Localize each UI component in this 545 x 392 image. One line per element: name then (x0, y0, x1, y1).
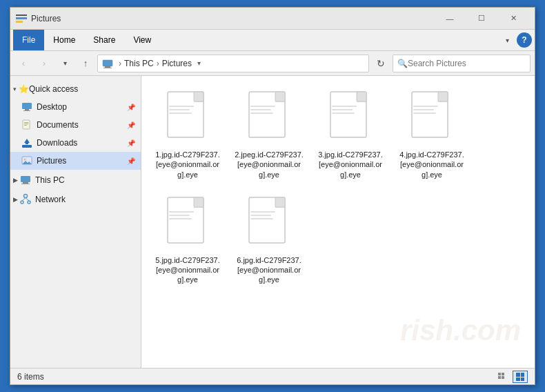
help-button[interactable]: ? (517, 32, 532, 48)
svg-rect-57 (516, 373, 520, 377)
svg-rect-55 (498, 376, 501, 379)
svg-point-19 (21, 201, 23, 204)
thispc-chevron: ▶ (13, 177, 18, 184)
file-item[interactable]: 4.jpg.id-C279F237.[eye@onionmail.org].ey… (394, 84, 470, 184)
minimize-button[interactable]: — (434, 8, 466, 30)
window-title: Pictures (31, 14, 434, 23)
svg-rect-39 (438, 92, 448, 101)
breadcrumb-pictures[interactable]: Pictures (162, 59, 192, 68)
sidebar-item-downloads[interactable]: Downloads 📌 (10, 134, 141, 152)
path-dropdown-arrow[interactable]: ▾ (197, 59, 201, 67)
svg-rect-59 (516, 378, 520, 381)
network-label: Network (35, 195, 66, 204)
sidebar: ▾ ⭐ Quick access Desktop 📌 Documents 📌 (10, 76, 141, 368)
sidebar-section-network[interactable]: ▶ Network (10, 189, 141, 208)
ribbon-collapse-button[interactable]: ▾ (500, 33, 514, 47)
svg-rect-37 (332, 112, 355, 114)
svg-rect-15 (21, 176, 30, 182)
sidebar-section-quick-access[interactable]: ▾ ⭐ Quick access (10, 79, 141, 98)
svg-rect-25 (169, 106, 194, 107)
svg-rect-31 (250, 109, 271, 110)
documents-icon (21, 119, 32, 130)
search-box[interactable]: 🔍 (393, 55, 531, 72)
svg-rect-49 (275, 197, 285, 207)
svg-rect-50 (250, 211, 275, 213)
sidebar-item-desktop[interactable]: Desktop 📌 (10, 98, 141, 116)
file-item[interactable]: 6.jpg.id-C279F237.[eye@onionmail.org].ey… (231, 190, 307, 290)
breadcrumb-thispc[interactable]: This PC (124, 59, 154, 68)
sidebar-section-thispc[interactable]: ▶ This PC (10, 170, 141, 189)
thispc-label: This PC (35, 175, 65, 185)
svg-rect-6 (23, 120, 30, 129)
svg-rect-17 (21, 184, 30, 184)
tab-share[interactable]: Share (84, 30, 124, 50)
close-button[interactable]: ✕ (497, 8, 529, 30)
svg-rect-24 (194, 92, 204, 101)
file-icon (408, 90, 456, 146)
svg-rect-35 (332, 106, 357, 107)
refresh-button[interactable]: ↻ (372, 55, 390, 72)
back-button[interactable]: ‹ (14, 55, 32, 72)
file-name: 6.jpg.id-C279F237.[eye@onionmail.org].ey… (235, 255, 304, 285)
file-icon (164, 196, 212, 251)
svg-rect-51 (250, 215, 271, 216)
pin-icon-desktop: 📌 (127, 104, 135, 111)
svg-rect-7 (24, 122, 28, 123)
downloads-icon (21, 137, 32, 148)
up-button[interactable]: ↑ (77, 55, 95, 72)
svg-rect-32 (250, 112, 273, 114)
file-icon (326, 90, 375, 146)
file-name: 1.jpg.id-C279F237.[eye@onionmail.org].ey… (153, 150, 222, 179)
svg-rect-41 (413, 109, 434, 110)
address-path[interactable]: › This PC › Pictures ▾ (97, 55, 369, 72)
file-icon (164, 90, 212, 146)
search-input[interactable] (408, 59, 526, 68)
files-grid: 1.jpg.id-C279F237.[eye@onionmail.org].ey… (141, 76, 535, 298)
file-item[interactable]: 1.jpg.id-C279F237.[eye@onionmail.org].ey… (150, 84, 226, 184)
recent-locations-button[interactable]: ▾ (56, 55, 74, 72)
svg-rect-5 (23, 110, 30, 111)
title-bar: Pictures — ☐ ✕ (10, 8, 535, 30)
view-toggle (495, 371, 528, 383)
watermark: rish.com (400, 314, 521, 347)
maximize-button[interactable]: ☐ (466, 8, 497, 30)
svg-point-13 (24, 159, 26, 161)
svg-rect-26 (169, 109, 190, 110)
svg-rect-47 (169, 218, 192, 219)
explorer-window: Pictures — ☐ ✕ File Home Share View ▾ ? (10, 7, 535, 385)
svg-rect-53 (498, 373, 501, 375)
svg-rect-54 (502, 373, 504, 375)
forward-button[interactable]: › (35, 55, 53, 72)
tab-home[interactable]: Home (44, 30, 84, 50)
sidebar-item-documents[interactable]: Documents 📌 (10, 116, 141, 134)
icon-view-button[interactable] (513, 371, 528, 383)
ribbon-right: ▾ ? (500, 32, 532, 48)
this-pc-icon (102, 58, 113, 69)
sidebar-item-desktop-label: Desktop (37, 102, 124, 112)
tab-file[interactable]: File (13, 30, 44, 50)
svg-rect-58 (521, 373, 524, 377)
file-item[interactable]: 5.jpg.id-C279F237.[eye@onionmail.org].ey… (150, 190, 226, 290)
title-bar-icon (16, 14, 27, 23)
file-name: 4.jpg.id-C279F237.[eye@onionmail.org].ey… (397, 150, 466, 179)
file-item[interactable]: 2.jpeg.id-C279F237.[eye@onionmail.org].e… (231, 84, 307, 184)
svg-rect-36 (332, 109, 353, 110)
pin-icon-documents: 📌 (127, 121, 135, 129)
svg-rect-10 (22, 145, 32, 148)
network-icon (20, 193, 31, 206)
tab-view[interactable]: View (124, 30, 160, 50)
file-pane: 1.jpg.id-C279F237.[eye@onionmail.org].ey… (141, 76, 535, 368)
svg-point-18 (24, 194, 28, 197)
sidebar-item-pictures[interactable]: Pictures 📌 (10, 152, 141, 170)
svg-line-21 (22, 197, 26, 201)
svg-rect-56 (502, 376, 504, 379)
list-view-button[interactable] (495, 371, 510, 383)
quick-access-star-icon: ⭐ (19, 84, 29, 94)
window-controls: — ☐ ✕ (434, 8, 529, 30)
svg-marker-11 (24, 139, 30, 144)
status-bar: 6 items (10, 368, 535, 384)
svg-point-20 (28, 201, 30, 204)
file-item[interactable]: 3.jpg.id-C279F237.[eye@onionmail.org].ey… (313, 84, 388, 184)
svg-rect-2 (103, 68, 112, 68)
svg-line-22 (26, 197, 29, 201)
